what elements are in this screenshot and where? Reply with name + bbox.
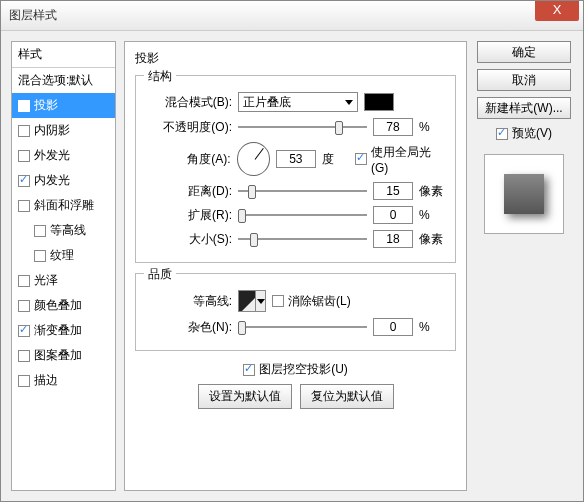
checkbox-icon [18, 175, 30, 187]
titlebar: 图层样式 X [1, 1, 583, 31]
noise-value[interactable]: 0 [373, 318, 413, 336]
window-title: 图层样式 [9, 7, 57, 24]
angle-value[interactable]: 53 [276, 150, 315, 168]
blend-mode-select[interactable]: 正片叠底 [238, 92, 358, 112]
checkbox-icon [18, 325, 30, 337]
angle-label: 角度(A): [144, 151, 231, 168]
checkbox-icon [18, 375, 30, 387]
opacity-value[interactable]: 78 [373, 118, 413, 136]
opacity-label: 不透明度(O): [144, 119, 232, 136]
set-default-button[interactable]: 设置为默认值 [198, 384, 292, 409]
global-light-checkbox[interactable]: 使用全局光(G) [355, 144, 447, 175]
size-slider[interactable] [238, 231, 367, 247]
layer-style-dialog: 图层样式 X 样式 混合选项:默认 投影内阴影外发光内发光斜面和浮雕等高线纹理光… [0, 0, 584, 502]
content: 样式 混合选项:默认 投影内阴影外发光内发光斜面和浮雕等高线纹理光泽颜色叠加渐变… [1, 31, 583, 501]
checkbox-icon [18, 150, 30, 162]
shadow-color-swatch[interactable] [364, 93, 394, 111]
checkbox-icon [18, 125, 30, 137]
sidebar-item-9[interactable]: 渐变叠加 [12, 318, 115, 343]
sidebar-item-label: 内发光 [34, 172, 70, 189]
spread-unit: % [419, 208, 447, 222]
sidebar-item-label: 斜面和浮雕 [34, 197, 94, 214]
close-button[interactable]: X [535, 1, 579, 21]
checkbox-icon [18, 275, 30, 287]
new-style-button[interactable]: 新建样式(W)... [477, 97, 571, 119]
sidebar-item-label: 等高线 [50, 222, 86, 239]
reset-default-button[interactable]: 复位为默认值 [300, 384, 394, 409]
sidebar-blend-defaults[interactable]: 混合选项:默认 [12, 68, 115, 93]
sidebar-item-label: 纹理 [50, 247, 74, 264]
quality-group: 品质 等高线: 消除锯齿(L) 杂色(N): 0 % [135, 273, 456, 351]
angle-dial[interactable] [237, 142, 271, 176]
sidebar-item-label: 光泽 [34, 272, 58, 289]
checkbox-icon [18, 300, 30, 312]
sidebar-item-1[interactable]: 内阴影 [12, 118, 115, 143]
contour-label: 等高线: [144, 293, 232, 310]
distance-unit: 像素 [419, 183, 447, 200]
distance-label: 距离(D): [144, 183, 232, 200]
panel-title: 投影 [135, 50, 456, 67]
cancel-button[interactable]: 取消 [477, 69, 571, 91]
checkbox-icon [496, 128, 508, 140]
sidebar-item-label: 颜色叠加 [34, 297, 82, 314]
angle-unit: 度 [322, 151, 350, 168]
sidebar-item-label: 内阴影 [34, 122, 70, 139]
sidebar-item-label: 投影 [34, 97, 58, 114]
sidebar-item-10[interactable]: 图案叠加 [12, 343, 115, 368]
checkbox-icon [18, 350, 30, 362]
spread-slider[interactable] [238, 207, 367, 223]
blend-mode-label: 混合模式(B): [144, 94, 232, 111]
sidebar-item-3[interactable]: 内发光 [12, 168, 115, 193]
sidebar-item-2[interactable]: 外发光 [12, 143, 115, 168]
structure-legend: 结构 [144, 68, 176, 85]
chevron-down-icon [345, 100, 353, 105]
sidebar-item-11[interactable]: 描边 [12, 368, 115, 393]
sidebar-item-5[interactable]: 等高线 [12, 218, 115, 243]
sidebar-item-7[interactable]: 光泽 [12, 268, 115, 293]
structure-group: 结构 混合模式(B): 正片叠底 不透明度(O): 78 % 角度 [135, 75, 456, 263]
sidebar-item-label: 图案叠加 [34, 347, 82, 364]
sidebar-item-4[interactable]: 斜面和浮雕 [12, 193, 115, 218]
checkbox-icon [34, 225, 46, 237]
contour-picker[interactable] [238, 290, 266, 312]
distance-slider[interactable] [238, 183, 367, 199]
sidebar-item-8[interactable]: 颜色叠加 [12, 293, 115, 318]
size-value[interactable]: 18 [373, 230, 413, 248]
checkbox-icon [18, 200, 30, 212]
sidebar-item-6[interactable]: 纹理 [12, 243, 115, 268]
sidebar-item-label: 描边 [34, 372, 58, 389]
preview-thumbnail [484, 154, 564, 234]
noise-slider[interactable] [238, 319, 367, 335]
checkbox-icon [34, 250, 46, 262]
right-panel: 确定 取消 新建样式(W)... 预览(V) [475, 41, 573, 491]
noise-label: 杂色(N): [144, 319, 232, 336]
chevron-down-icon [257, 299, 265, 304]
size-unit: 像素 [419, 231, 447, 248]
sidebar-item-label: 渐变叠加 [34, 322, 82, 339]
styles-sidebar: 样式 混合选项:默认 投影内阴影外发光内发光斜面和浮雕等高线纹理光泽颜色叠加渐变… [11, 41, 116, 491]
quality-legend: 品质 [144, 266, 176, 283]
noise-unit: % [419, 320, 447, 334]
distance-value[interactable]: 15 [373, 182, 413, 200]
spread-value[interactable]: 0 [373, 206, 413, 224]
checkbox-icon [243, 364, 255, 376]
opacity-unit: % [419, 120, 447, 134]
preview-checkbox[interactable]: 预览(V) [496, 125, 552, 142]
knockout-checkbox[interactable]: 图层挖空投影(U) [243, 361, 348, 378]
size-label: 大小(S): [144, 231, 232, 248]
sidebar-item-label: 外发光 [34, 147, 70, 164]
checkbox-icon [18, 100, 30, 112]
main-panel: 投影 结构 混合模式(B): 正片叠底 不透明度(O): 78 % [124, 41, 467, 491]
checkbox-icon [355, 153, 367, 165]
opacity-slider[interactable] [238, 119, 367, 135]
sidebar-item-0[interactable]: 投影 [12, 93, 115, 118]
spread-label: 扩展(R): [144, 207, 232, 224]
checkbox-icon [272, 295, 284, 307]
antialias-checkbox[interactable]: 消除锯齿(L) [272, 293, 351, 310]
sidebar-header: 样式 [12, 42, 115, 68]
ok-button[interactable]: 确定 [477, 41, 571, 63]
